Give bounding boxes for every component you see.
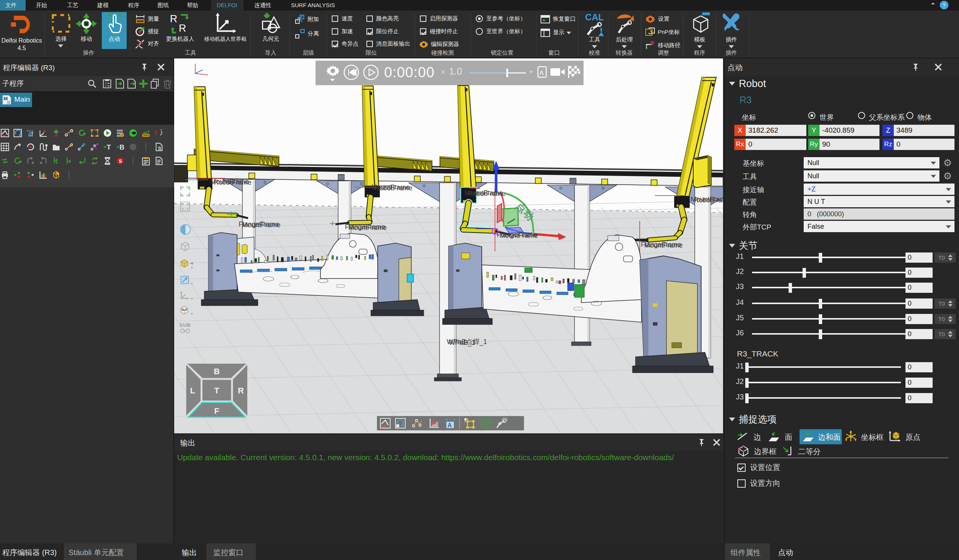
svg-text:T: T — [31, 132, 33, 136]
svg-text:F: F — [214, 406, 219, 416]
svg-text:R: R — [238, 386, 244, 395]
svg-text:R: R — [170, 13, 178, 24]
svg-text:RobotFrame: RobotFrame — [468, 190, 505, 197]
svg-text:T: T — [214, 386, 220, 395]
svg-text:MountFrame: MountFrame — [499, 232, 538, 239]
svg-text:B: B — [214, 367, 220, 376]
svg-text:L: L — [190, 386, 195, 395]
svg-text:R: R — [179, 22, 186, 34]
svg-text:MountFrame: MountFrame — [644, 242, 683, 249]
svg-text:B: B — [119, 143, 124, 151]
svg-text:S: S — [158, 145, 161, 151]
svg-text:RobotFrame: RobotFrame — [375, 184, 413, 192]
svg-text:RobotFrame: RobotFrame — [214, 179, 252, 186]
svg-text:A: A — [448, 422, 452, 428]
svg-text:RobotFra: RobotFra — [694, 196, 723, 204]
svg-text:A: A — [540, 69, 544, 76]
svg-text:MountFrame: MountFrame — [242, 221, 280, 229]
svg-text:WPaB_1: WPaB_1 — [449, 339, 475, 347]
svg-text:T: T — [107, 143, 111, 151]
svg-text:S: S — [119, 158, 122, 164]
svg-text:MountFrame: MountFrame — [348, 224, 387, 231]
